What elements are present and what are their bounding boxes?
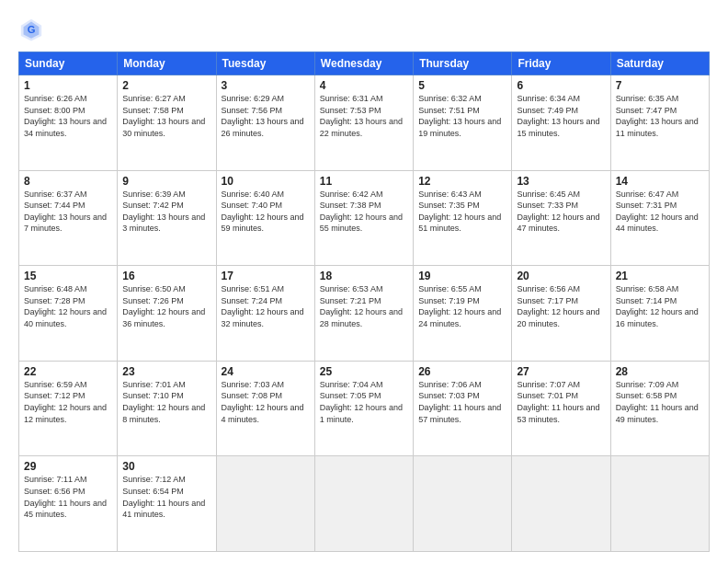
day-cell: 24 Sunrise: 7:03 AMSunset: 7:08 PMDaylig… bbox=[216, 361, 314, 456]
day-number: 4 bbox=[320, 79, 408, 92]
col-header-saturday: Saturday bbox=[610, 52, 709, 75]
day-number: 30 bbox=[122, 460, 210, 473]
col-header-thursday: Thursday bbox=[414, 52, 512, 75]
day-info: Sunrise: 6:31 AMSunset: 7:53 PMDaylight:… bbox=[320, 94, 403, 138]
day-number: 5 bbox=[418, 79, 506, 92]
day-cell: 2 Sunrise: 6:27 AMSunset: 7:58 PMDayligh… bbox=[118, 75, 216, 171]
day-cell: 20 Sunrise: 6:56 AMSunset: 7:17 PMDaylig… bbox=[512, 266, 610, 362]
day-info: Sunrise: 7:04 AMSunset: 7:05 PMDaylight:… bbox=[320, 380, 403, 424]
day-number: 6 bbox=[517, 79, 605, 92]
day-info: Sunrise: 6:34 AMSunset: 7:49 PMDaylight:… bbox=[517, 94, 599, 138]
day-number: 1 bbox=[24, 79, 112, 92]
col-header-monday: Monday bbox=[118, 52, 216, 75]
day-number: 15 bbox=[24, 270, 112, 282]
day-number: 8 bbox=[24, 175, 112, 188]
day-info: Sunrise: 6:59 AMSunset: 7:12 PMDaylight:… bbox=[24, 380, 107, 424]
day-number: 14 bbox=[616, 175, 704, 188]
day-info: Sunrise: 7:06 AMSunset: 7:03 PMDaylight:… bbox=[418, 380, 501, 424]
day-info: Sunrise: 6:37 AMSunset: 7:44 PMDaylight:… bbox=[24, 190, 107, 234]
page: G SundayMondayTuesdayWednesdayThursdayFr… bbox=[0, 0, 728, 563]
day-cell: 18 Sunrise: 6:53 AMSunset: 7:21 PMDaylig… bbox=[314, 266, 413, 362]
day-info: Sunrise: 6:43 AMSunset: 7:35 PMDaylight:… bbox=[418, 190, 501, 234]
day-info: Sunrise: 6:55 AMSunset: 7:19 PMDaylight:… bbox=[418, 284, 501, 328]
day-info: Sunrise: 6:39 AMSunset: 7:42 PMDaylight:… bbox=[122, 190, 205, 234]
calendar-table: SundayMondayTuesdayWednesdayThursdayFrid… bbox=[18, 52, 710, 552]
day-number: 3 bbox=[222, 79, 310, 92]
col-header-friday: Friday bbox=[512, 52, 610, 75]
header: G bbox=[18, 17, 710, 42]
col-header-wednesday: Wednesday bbox=[314, 52, 413, 75]
day-info: Sunrise: 6:26 AMSunset: 8:00 PMDaylight:… bbox=[24, 94, 107, 138]
day-cell: 1 Sunrise: 6:26 AMSunset: 8:00 PMDayligh… bbox=[19, 75, 118, 171]
day-number: 24 bbox=[222, 365, 310, 378]
day-number: 2 bbox=[122, 79, 210, 92]
day-number: 13 bbox=[517, 175, 605, 188]
week-row: 22 Sunrise: 6:59 AMSunset: 7:12 PMDaylig… bbox=[19, 361, 710, 456]
day-cell: 26 Sunrise: 7:06 AMSunset: 7:03 PMDaylig… bbox=[414, 361, 512, 456]
col-header-tuesday: Tuesday bbox=[216, 52, 314, 75]
day-number: 21 bbox=[616, 270, 704, 282]
day-cell bbox=[216, 456, 314, 552]
day-number: 16 bbox=[122, 270, 210, 282]
day-info: Sunrise: 6:53 AMSunset: 7:21 PMDaylight:… bbox=[320, 284, 403, 328]
day-info: Sunrise: 7:11 AMSunset: 6:56 PMDaylight:… bbox=[24, 475, 107, 519]
day-info: Sunrise: 7:07 AMSunset: 7:01 PMDaylight:… bbox=[517, 380, 599, 424]
col-header-sunday: Sunday bbox=[19, 52, 118, 75]
day-cell: 12 Sunrise: 6:43 AMSunset: 7:35 PMDaylig… bbox=[414, 170, 512, 266]
day-info: Sunrise: 6:58 AMSunset: 7:14 PMDaylight:… bbox=[616, 284, 699, 328]
header-row: SundayMondayTuesdayWednesdayThursdayFrid… bbox=[19, 52, 710, 75]
day-info: Sunrise: 6:40 AMSunset: 7:40 PMDaylight:… bbox=[222, 190, 304, 234]
day-info: Sunrise: 6:45 AMSunset: 7:33 PMDaylight:… bbox=[517, 190, 599, 234]
day-cell: 7 Sunrise: 6:35 AMSunset: 7:47 PMDayligh… bbox=[610, 75, 709, 171]
day-cell: 22 Sunrise: 6:59 AMSunset: 7:12 PMDaylig… bbox=[19, 361, 118, 456]
day-number: 20 bbox=[517, 270, 605, 282]
day-info: Sunrise: 6:50 AMSunset: 7:26 PMDaylight:… bbox=[122, 284, 205, 328]
day-cell: 4 Sunrise: 6:31 AMSunset: 7:53 PMDayligh… bbox=[314, 75, 413, 171]
day-cell: 11 Sunrise: 6:42 AMSunset: 7:38 PMDaylig… bbox=[314, 170, 413, 266]
day-number: 18 bbox=[320, 270, 408, 282]
logo: G bbox=[18, 17, 48, 42]
day-info: Sunrise: 6:29 AMSunset: 7:56 PMDaylight:… bbox=[222, 94, 304, 138]
day-cell: 19 Sunrise: 6:55 AMSunset: 7:19 PMDaylig… bbox=[414, 266, 512, 362]
day-number: 12 bbox=[418, 175, 506, 188]
day-cell: 10 Sunrise: 6:40 AMSunset: 7:40 PMDaylig… bbox=[216, 170, 314, 266]
week-row: 8 Sunrise: 6:37 AMSunset: 7:44 PMDayligh… bbox=[19, 170, 710, 266]
week-row: 1 Sunrise: 6:26 AMSunset: 8:00 PMDayligh… bbox=[19, 75, 710, 171]
day-info: Sunrise: 7:09 AMSunset: 6:58 PMDaylight:… bbox=[616, 380, 699, 424]
day-number: 11 bbox=[320, 175, 408, 188]
day-cell bbox=[414, 456, 512, 552]
day-info: Sunrise: 6:56 AMSunset: 7:17 PMDaylight:… bbox=[517, 284, 599, 328]
day-cell bbox=[512, 456, 610, 552]
day-cell: 17 Sunrise: 6:51 AMSunset: 7:24 PMDaylig… bbox=[216, 266, 314, 362]
day-cell: 23 Sunrise: 7:01 AMSunset: 7:10 PMDaylig… bbox=[118, 361, 216, 456]
day-info: Sunrise: 6:32 AMSunset: 7:51 PMDaylight:… bbox=[418, 94, 501, 138]
day-number: 28 bbox=[616, 365, 704, 378]
day-cell bbox=[610, 456, 709, 552]
day-cell: 9 Sunrise: 6:39 AMSunset: 7:42 PMDayligh… bbox=[118, 170, 216, 266]
day-cell: 14 Sunrise: 6:47 AMSunset: 7:31 PMDaylig… bbox=[610, 170, 709, 266]
day-info: Sunrise: 6:35 AMSunset: 7:47 PMDaylight:… bbox=[616, 94, 699, 138]
day-info: Sunrise: 6:51 AMSunset: 7:24 PMDaylight:… bbox=[222, 284, 304, 328]
day-number: 19 bbox=[418, 270, 506, 282]
day-cell: 16 Sunrise: 6:50 AMSunset: 7:26 PMDaylig… bbox=[118, 266, 216, 362]
day-number: 9 bbox=[122, 175, 210, 188]
day-cell: 8 Sunrise: 6:37 AMSunset: 7:44 PMDayligh… bbox=[19, 170, 118, 266]
day-cell: 6 Sunrise: 6:34 AMSunset: 7:49 PMDayligh… bbox=[512, 75, 610, 171]
day-info: Sunrise: 7:12 AMSunset: 6:54 PMDaylight:… bbox=[122, 475, 205, 519]
day-info: Sunrise: 7:01 AMSunset: 7:10 PMDaylight:… bbox=[122, 380, 205, 424]
week-row: 15 Sunrise: 6:48 AMSunset: 7:28 PMDaylig… bbox=[19, 266, 710, 362]
day-cell: 21 Sunrise: 6:58 AMSunset: 7:14 PMDaylig… bbox=[610, 266, 709, 362]
day-cell: 13 Sunrise: 6:45 AMSunset: 7:33 PMDaylig… bbox=[512, 170, 610, 266]
day-info: Sunrise: 6:48 AMSunset: 7:28 PMDaylight:… bbox=[24, 284, 107, 328]
day-number: 27 bbox=[517, 365, 605, 378]
day-number: 23 bbox=[122, 365, 210, 378]
day-cell: 15 Sunrise: 6:48 AMSunset: 7:28 PMDaylig… bbox=[19, 266, 118, 362]
svg-text:G: G bbox=[28, 24, 36, 35]
day-number: 22 bbox=[24, 365, 112, 378]
day-info: Sunrise: 7:03 AMSunset: 7:08 PMDaylight:… bbox=[222, 380, 304, 424]
day-cell: 3 Sunrise: 6:29 AMSunset: 7:56 PMDayligh… bbox=[216, 75, 314, 171]
day-cell: 28 Sunrise: 7:09 AMSunset: 6:58 PMDaylig… bbox=[610, 361, 709, 456]
day-info: Sunrise: 6:27 AMSunset: 7:58 PMDaylight:… bbox=[122, 94, 205, 138]
week-row: 29 Sunrise: 7:11 AMSunset: 6:56 PMDaylig… bbox=[19, 456, 710, 552]
day-number: 17 bbox=[222, 270, 310, 282]
